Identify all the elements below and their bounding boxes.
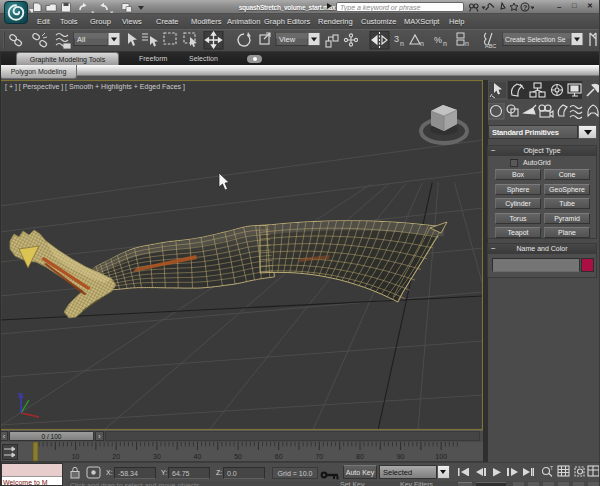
svg-text:10: 10	[72, 453, 80, 460]
svg-text:20: 20	[112, 453, 120, 460]
svg-text:?: ?	[523, 4, 527, 11]
svg-text:90: 90	[397, 453, 405, 460]
svg-text:n: n	[400, 40, 404, 47]
svg-text:View: View	[279, 35, 296, 44]
svg-text:70: 70	[315, 453, 323, 460]
svg-text:60: 60	[275, 453, 283, 460]
svg-text:n: n	[465, 40, 469, 47]
svg-text:Create Selection Se: Create Selection Se	[505, 36, 566, 43]
svg-text:[ + ] [ Perspective ] [ Smoot: [ + ] [ Perspective ] [ Smooth + Highlig…	[5, 83, 185, 91]
svg-text:80: 80	[356, 453, 364, 460]
svg-text:30: 30	[153, 453, 161, 460]
svg-text:T: T	[550, 465, 553, 471]
svg-text:All: All	[77, 35, 86, 44]
svg-text:n: n	[443, 40, 447, 47]
svg-text:%: %	[434, 35, 442, 45]
svg-text:3: 3	[394, 34, 399, 44]
svg-text:100: 100	[435, 453, 447, 460]
svg-text:n: n	[420, 40, 424, 47]
svg-text:ABC: ABC	[485, 43, 496, 49]
svg-text:40: 40	[194, 453, 202, 460]
svg-text:50: 50	[234, 453, 242, 460]
